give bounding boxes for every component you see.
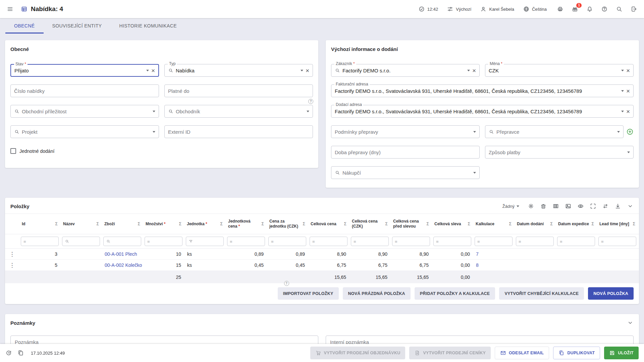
column-aggregate-icon[interactable]: Σ: [344, 222, 346, 226]
column-aggregate-icon[interactable]: Σ: [385, 222, 388, 226]
history-icon[interactable]: [5, 350, 12, 356]
profile-selector[interactable]: Výchozí: [447, 6, 471, 12]
doba-prepravy-field[interactable]: Doba přepravy (dny): [331, 146, 480, 159]
column-aggregate-icon[interactable]: Σ: [550, 222, 553, 226]
column-header-1[interactable]: NázevΣ: [60, 214, 102, 234]
bell-icon[interactable]: [586, 6, 593, 12]
logout-icon[interactable]: [631, 6, 637, 12]
column-header-11[interactable]: KalkulaceΣ: [473, 214, 514, 234]
column-header-13[interactable]: Datum expediceΣ: [555, 214, 597, 234]
dropdown-arrow-icon[interactable]: [473, 172, 476, 174]
column-aggregate-icon[interactable]: Σ: [179, 222, 181, 226]
clear-icon[interactable]: ×: [626, 88, 630, 94]
stav-field[interactable]: Stav * Přijato ×: [10, 64, 159, 77]
projekt-field[interactable]: Projekt: [10, 125, 159, 138]
column-aggregate-icon[interactable]: Σ: [97, 222, 99, 226]
column-header-12[interactable]: Datum dodáníΣ: [514, 214, 555, 234]
column-header-3[interactable]: Množství *Σ: [143, 214, 184, 234]
help-icon[interactable]: [601, 6, 608, 12]
swap-horizontal-icon[interactable]: [602, 203, 609, 209]
column-filter-input-1[interactable]: [62, 237, 100, 246]
column-header-9[interactable]: Celková cena před slevouΣ: [390, 214, 432, 234]
export-image-icon[interactable]: [565, 203, 572, 209]
column-header-5[interactable]: Jednotková cena *Σ: [225, 214, 267, 234]
column-filter-input-9[interactable]: =: [392, 237, 430, 246]
column-header-8[interactable]: Celková cena (CZK)Σ: [349, 214, 390, 234]
download-icon[interactable]: [614, 203, 621, 209]
nakupci-field[interactable]: Nákupčí: [331, 166, 480, 179]
add-carrier-icon[interactable]: [626, 128, 634, 135]
clear-icon[interactable]: ×: [151, 67, 155, 74]
new-empty-item-button[interactable]: NOVÁ PRÁZDNÁ POLOŽKA: [343, 287, 411, 300]
column-header-2[interactable]: ZbožíΣ: [102, 214, 143, 234]
dropdown-arrow-icon[interactable]: [146, 70, 149, 71]
item-row-0[interactable]: ⋮300-A-001 Plech10ks0,890,898,908,908,90…: [5, 249, 639, 260]
item-cell-link[interactable]: 7: [473, 251, 514, 257]
user-menu[interactable]: Karel Šebela: [480, 6, 514, 12]
column-filter-input-5[interactable]: =: [227, 237, 265, 246]
column-filter-input-2[interactable]: [103, 237, 141, 246]
column-aggregate-icon[interactable]: Σ: [592, 222, 594, 226]
collapse-items-icon[interactable]: [627, 203, 634, 209]
dropdown-arrow-icon[interactable]: [467, 70, 470, 71]
dodaci-adresa-field[interactable]: Dodací adresa Factorify DEMO s.r.o., Sva…: [331, 105, 634, 118]
help-icon[interactable]: ?: [284, 281, 289, 286]
mena-field[interactable]: Měna * CZK ×: [485, 64, 634, 77]
podminky-prepravy-field[interactable]: Podmínky přepravy: [331, 125, 480, 138]
typ-field[interactable]: Typ Nabídka ×: [164, 64, 313, 77]
column-aggregate-icon[interactable]: Σ: [262, 222, 264, 226]
columns-icon[interactable]: [552, 203, 559, 209]
column-header-14[interactable]: Lead time [dny]Σ: [597, 214, 638, 234]
language-selector[interactable]: Čeština: [523, 6, 547, 12]
fit-screen-icon[interactable]: [590, 203, 596, 209]
column-filter-input-13[interactable]: =: [557, 237, 595, 246]
zpusob-platby-field[interactable]: Způsob platby: [485, 146, 634, 159]
delete-icon[interactable]: [540, 203, 547, 209]
clear-icon[interactable]: ×: [626, 67, 630, 74]
help-icon[interactable]: ?: [308, 99, 313, 104]
dropdown-arrow-icon[interactable]: [621, 90, 624, 92]
clear-icon[interactable]: ×: [626, 108, 630, 115]
obchodni-prilezitost-field[interactable]: Obchodní příležitost: [10, 105, 159, 118]
column-filter-input-8[interactable]: =: [351, 237, 389, 246]
item-cell-link[interactable]: 00-A-001 Plech: [102, 251, 143, 257]
create-missing-calculations-button[interactable]: VYTVOŘIT CHYBĚJÍCÍ KALKULACE: [499, 287, 584, 300]
new-item-button[interactable]: NOVÁ POLOŽKA: [588, 287, 634, 300]
print-icon[interactable]: [557, 6, 564, 12]
column-filter-input-7[interactable]: =: [310, 237, 347, 246]
tab-souvisejici-entity[interactable]: SOUVISEJÍCÍ ENTITY: [44, 18, 111, 34]
item-cell-link[interactable]: 8: [473, 262, 514, 268]
dropdown-arrow-icon[interactable]: [153, 111, 155, 112]
column-aggregate-icon[interactable]: Σ: [220, 222, 223, 226]
column-header-6[interactable]: Cena za jednotku (CZK)Σ: [267, 214, 308, 234]
add-items-and-calculations-button[interactable]: PŘIDAT POLOŽKY A KALKULACE: [415, 287, 495, 300]
zakaznik-field[interactable]: Zákazník * Factorify DEMO s.r.o. ×: [331, 64, 480, 77]
column-header-0[interactable]: IdΣ: [19, 214, 60, 234]
visibility-icon[interactable]: [577, 203, 584, 209]
fakturacni-adresa-field[interactable]: Fakturační adresa Factorify DEMO s.r.o.,…: [331, 84, 634, 97]
column-header-4[interactable]: Jednotka *Σ: [184, 214, 225, 234]
aggregate-select[interactable]: Žádný: [502, 204, 519, 209]
dropdown-arrow-icon[interactable]: [307, 111, 309, 112]
column-header-10[interactable]: Celková slevaΣ: [432, 214, 473, 234]
item-cell-link[interactable]: 00-A-002 Kolečko: [102, 262, 143, 268]
dropdown-arrow-icon[interactable]: [153, 131, 155, 133]
prepravce-field[interactable]: Přepravce: [485, 125, 624, 138]
column-filter-input-12[interactable]: =: [516, 237, 554, 246]
column-filter-input-10[interactable]: =: [433, 237, 471, 246]
send-email-button[interactable]: ODESLAT EMAIL: [495, 347, 549, 359]
externi-id-field[interactable]: Externí ID: [164, 125, 313, 138]
item-row-1[interactable]: ⋮500-A-002 Kolečko15ks0,450,456,756,756,…: [5, 260, 639, 271]
tab-obecne[interactable]: OBECNÉ: [5, 18, 44, 34]
column-aggregate-icon[interactable]: Σ: [427, 222, 429, 226]
collapse-notes-icon[interactable]: [627, 319, 634, 326]
checkbox-unchecked-icon[interactable]: [10, 148, 16, 154]
copy-document-icon[interactable]: [17, 350, 24, 356]
row-menu-icon[interactable]: ⋮: [9, 262, 15, 268]
column-aggregate-icon[interactable]: Σ: [509, 222, 512, 226]
dropdown-arrow-icon[interactable]: [627, 152, 630, 153]
column-aggregate-icon[interactable]: Σ: [633, 222, 635, 226]
whats-new-button[interactable]: 1: [572, 6, 578, 12]
jednotne-dodani-checkbox[interactable]: Jednotné dodání: [10, 148, 313, 154]
tab-historie-komunikace[interactable]: HISTORIE KOMUNIKACE: [111, 18, 185, 34]
